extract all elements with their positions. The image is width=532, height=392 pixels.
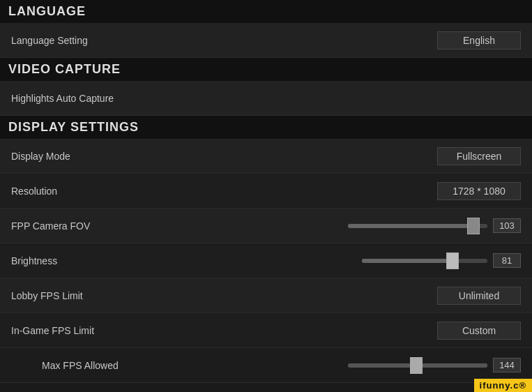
language-setting-label: Language Setting: [11, 35, 88, 46]
max-fps-slider-fill-left: [348, 363, 416, 368]
brightness-row: Brightness 81: [0, 243, 532, 278]
ingame-fps-limit-label: In-Game FPS Limit: [11, 325, 94, 336]
highlights-label: Highlights Auto Capture: [11, 93, 114, 104]
fpp-camera-fov-slider-thumb[interactable]: [467, 218, 480, 234]
display-mode-label: Display Mode: [11, 151, 70, 162]
max-fps-slider-fill-right: [423, 363, 487, 368]
display-mode-row: Display Mode Fullscreen: [0, 139, 532, 174]
brightness-slider-container: 81: [362, 253, 521, 268]
lobby-fps-limit-value[interactable]: Unlimited: [437, 287, 521, 305]
max-fps-slider-container: 144: [348, 358, 521, 372]
resolution-row: Resolution 1728 * 1080: [0, 174, 532, 209]
fpp-camera-fov-value-box: 103: [493, 218, 521, 233]
language-section-header: LANGUAGE: [0, 0, 532, 23]
resolution-label: Resolution: [11, 186, 57, 197]
max-fps-slider-track[interactable]: [348, 363, 487, 368]
fpp-camera-fov-label: FPP Camera FOV: [11, 220, 90, 232]
fpp-camera-fov-slider-container: 103: [348, 218, 521, 233]
brightness-slider-thumb[interactable]: [446, 252, 459, 269]
display-settings-section-header: DISPLAY SETTINGS: [0, 116, 532, 139]
brightness-slider-track[interactable]: [362, 259, 487, 263]
max-fps-label: Max FPS Allowed: [42, 360, 119, 371]
language-setting-row: Language Setting English: [0, 23, 532, 58]
brightness-slider-fill: [362, 259, 453, 263]
language-setting-value[interactable]: English: [437, 31, 521, 50]
ingame-fps-limit-value[interactable]: Custom: [437, 322, 521, 340]
brightness-value-box: 81: [493, 253, 521, 268]
brightness-label: Brightness: [11, 255, 57, 266]
fpp-camera-fov-slider-track[interactable]: [348, 224, 487, 228]
lobby-fps-limit-label: Lobby FPS Limit: [11, 290, 83, 301]
max-fps-slider-thumb[interactable]: [410, 357, 423, 374]
lobby-fps-limit-row: Lobby FPS Limit Unlimited: [0, 278, 532, 313]
highlights-auto-capture-row: Highlights Auto Capture: [0, 81, 532, 116]
max-fps-value-box: 144: [493, 358, 521, 372]
fpp-camera-fov-row: FPP Camera FOV 103: [0, 209, 532, 243]
ingame-fps-limit-row: In-Game FPS Limit Custom: [0, 313, 532, 348]
ifunny-watermark: ifunny.c®: [474, 379, 532, 392]
fpp-camera-fov-slider-fill: [348, 224, 473, 228]
display-mode-value[interactable]: Fullscreen: [437, 147, 521, 165]
resolution-value[interactable]: 1728 * 1080: [437, 182, 521, 200]
video-capture-section-header: VIDEO CAPTURE: [0, 58, 532, 81]
max-fps-sub-row: Max FPS Allowed 144: [0, 348, 532, 383]
